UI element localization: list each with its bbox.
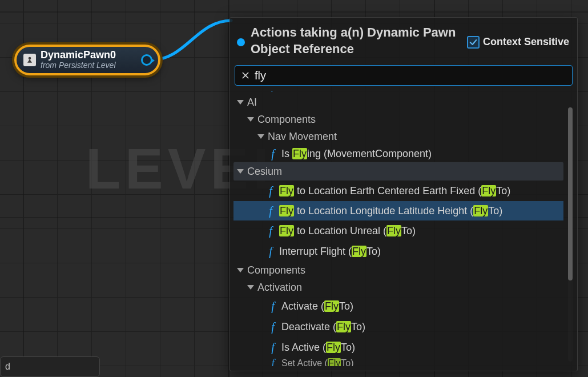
popup-header: Actions taking a(n) Dynamic Pawn Object … <box>230 18 577 62</box>
function-item[interactable]: fFly to Location Earth Centered Earth Fi… <box>233 181 563 201</box>
category-nav-movement[interactable]: Nav Movement <box>233 128 563 145</box>
function-icon: f <box>268 357 278 366</box>
function-item[interactable]: fSet Active (FlyTo) <box>233 358 563 366</box>
function-icon: f <box>265 224 276 238</box>
scrollbar-thumb[interactable] <box>568 107 573 280</box>
node-title: DynamicPawn0 <box>41 50 116 61</box>
clear-search-button[interactable] <box>240 70 251 81</box>
category-label: Activation <box>257 282 302 294</box>
object-type-icon <box>237 38 245 46</box>
function-label: Activate (FlyTo) <box>281 300 353 312</box>
action-context-menu: Actions taking a(n) Dynamic Pawn Object … <box>229 17 578 371</box>
function-label: Is Active (FlyTo) <box>281 342 355 354</box>
function-label: Interrupt Flight (FlyTo) <box>279 246 381 258</box>
popup-title: Actions taking a(n) Dynamic Pawn Object … <box>251 25 461 57</box>
function-item[interactable]: fFly to Location Longitude Latitude Heig… <box>233 201 563 220</box>
pawn-icon <box>23 54 36 66</box>
node-subtitle: from Persistent Level <box>41 61 116 70</box>
function-item[interactable]: fDeactivate (FlyTo) <box>233 316 563 337</box>
search-box[interactable] <box>235 65 573 86</box>
function-label: Is Flying (MovementComponent) <box>281 148 432 160</box>
chevron-down-icon <box>237 100 244 105</box>
scrollbar[interactable] <box>568 107 573 362</box>
checkbox-icon <box>467 36 480 49</box>
bottom-input-text: d <box>5 362 10 372</box>
function-icon: f <box>268 320 278 334</box>
category-label: Components <box>247 264 305 276</box>
category-label: Cesium <box>247 166 282 178</box>
node-title-block: DynamicPawn0 from Persistent Level <box>41 50 116 70</box>
function-label: Deactivate (FlyTo) <box>281 321 365 333</box>
category-label: AI <box>247 97 257 109</box>
category-label: Nav Movement <box>268 131 337 143</box>
bottom-input-fragment[interactable]: d <box>0 356 100 377</box>
chevron-down-icon <box>247 117 254 122</box>
function-icon: f <box>268 341 278 354</box>
chevron-down-icon <box>257 134 264 139</box>
context-sensitive-label: Context Sensitive <box>483 36 569 48</box>
category-activation[interactable]: Activation <box>233 279 563 296</box>
function-icon: f <box>268 300 278 313</box>
search-row <box>230 62 577 91</box>
output-pin[interactable] <box>141 54 152 66</box>
function-label: Fly to Location Longitude Latitude Heigh… <box>279 205 502 217</box>
function-item[interactable]: fInterrupt Flight (FlyTo) <box>233 241 563 262</box>
context-sensitive-toggle[interactable]: Context Sensitive <box>467 36 569 49</box>
function-label: Fly to Location Earth Centered Earth Fix… <box>279 185 510 197</box>
category-components[interactable]: Components <box>233 111 563 128</box>
function-label: Fly to Location Unreal (FlyTo) <box>279 225 416 237</box>
function-item[interactable]: f Is Flying (MovementComponent) <box>233 145 563 162</box>
function-item[interactable]: f Add Cesium Fly To Component <box>233 91 563 94</box>
function-label: Set Active (FlyTo) <box>281 358 353 366</box>
search-input[interactable] <box>255 69 567 82</box>
function-item[interactable]: fFly to Location Unreal (FlyTo) <box>233 220 563 241</box>
function-icon: f <box>265 245 276 258</box>
category-components-2[interactable]: Components <box>233 262 563 279</box>
function-icon: f <box>265 204 276 218</box>
function-item[interactable]: fIs Active (FlyTo) <box>233 337 563 358</box>
chevron-down-icon <box>237 169 244 174</box>
function-icon: f <box>268 91 278 92</box>
chevron-down-icon <box>247 285 254 290</box>
category-cesium[interactable]: Cesium <box>233 162 563 181</box>
function-item[interactable]: fActivate (FlyTo) <box>233 296 563 316</box>
function-icon: f <box>268 147 278 161</box>
function-icon: f <box>265 185 276 198</box>
svg-point-0 <box>29 57 31 60</box>
chevron-down-icon <box>237 268 244 272</box>
category-ai[interactable]: AI <box>233 94 563 111</box>
category-label: Components <box>257 114 316 126</box>
variable-node-dynamicpawn0[interactable]: DynamicPawn0 from Persistent Level <box>14 45 160 75</box>
action-list[interactable]: f Add Cesium Fly To Component AI Compone… <box>233 91 574 366</box>
